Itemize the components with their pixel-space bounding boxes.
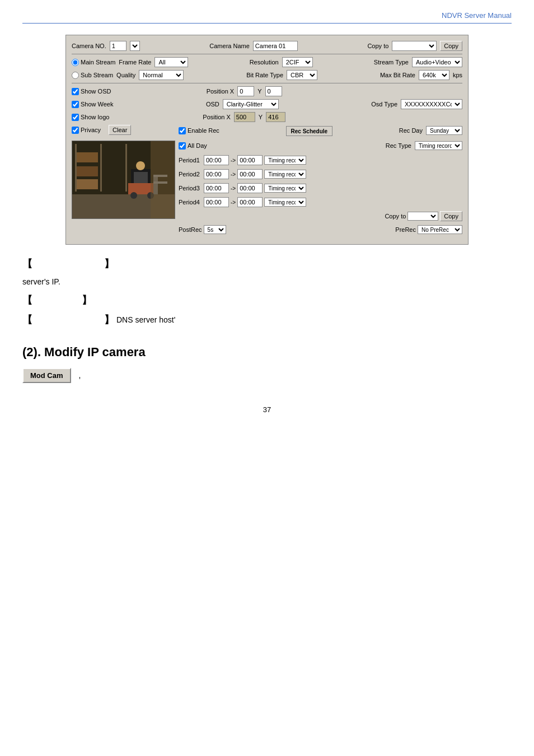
- pos-y2-input[interactable]: [266, 112, 285, 122]
- svg-point-10: [136, 161, 145, 170]
- frame-rate-label: Frame Rate: [119, 59, 151, 66]
- enable-rec-label: Enable Rec: [188, 127, 219, 134]
- camera-name-label: Camera Name: [209, 43, 250, 49]
- osd-select[interactable]: Clarity-Glitter: [223, 99, 279, 109]
- post-rec-select[interactable]: 5s: [204, 225, 226, 234]
- max-bit-rate-select[interactable]: 640k: [419, 70, 449, 80]
- rec-day-select[interactable]: Sunday: [426, 126, 462, 135]
- period1-type-select[interactable]: Timing record: [264, 156, 306, 165]
- period4-start[interactable]: [204, 197, 229, 207]
- resolution-label: Resolution: [250, 59, 279, 66]
- main-stream-radio[interactable]: [72, 59, 79, 66]
- copy-button2[interactable]: Copy: [440, 211, 462, 221]
- period4-row: Period4 -> Timing record: [179, 197, 462, 207]
- bracket3-close: 】: [104, 312, 114, 328]
- copy-button[interactable]: Copy: [440, 41, 462, 51]
- show-week-label: Show Week: [81, 101, 114, 108]
- rec-day-label: Rec Day: [399, 127, 423, 134]
- post-rec-label: PostRec: [179, 226, 202, 233]
- pos-x2-label: Position X: [203, 114, 231, 120]
- period4-end[interactable]: [237, 197, 263, 207]
- arrow3: ->: [231, 185, 236, 192]
- bracket-line-2: 【 】: [22, 292, 512, 309]
- period2-start[interactable]: [204, 169, 229, 179]
- show-osd-checkbox[interactable]: [72, 88, 79, 95]
- arrow4: ->: [231, 199, 236, 206]
- sub-stream-row: Sub Stream Quality Normal Bit Rate Type …: [72, 70, 462, 80]
- copy-to-select[interactable]: [392, 41, 437, 51]
- rec-schedule-section: Enable Rec Rec Schedule Rec Day Sunday A…: [179, 125, 462, 236]
- quality-select[interactable]: Normal: [139, 70, 184, 80]
- bracket2-close: 】: [82, 292, 92, 309]
- rec-type-label: Rec Type: [386, 142, 411, 149]
- osd-type-select[interactable]: XXXXXXXXXXCoMDY: [401, 99, 462, 109]
- stream-type-label: Stream Type: [374, 59, 409, 66]
- period1-start[interactable]: [204, 155, 229, 165]
- bracket1-open: 【: [22, 256, 32, 272]
- pos-x2-input[interactable]: [234, 112, 255, 122]
- privacy-checkbox[interactable]: [72, 127, 79, 134]
- osd-type-label: Osd Type: [371, 101, 397, 108]
- left-controls: Privacy Clear: [72, 125, 175, 219]
- svg-rect-4: [100, 144, 102, 192]
- resolution-select[interactable]: 2CIF: [282, 57, 313, 67]
- stream-type-select[interactable]: Audio+Video: [412, 57, 462, 67]
- bit-rate-type-select[interactable]: CBR: [287, 70, 317, 80]
- svg-point-16: [130, 192, 137, 199]
- rec-schedule-box: Rec Schedule: [286, 126, 333, 136]
- show-week-row: Show Week OSD Clarity-Glitter Osd Type X…: [72, 99, 462, 109]
- period1-end[interactable]: [237, 155, 263, 165]
- period4-label: Period4: [179, 199, 202, 206]
- period3-end[interactable]: [237, 183, 263, 193]
- period2-label: Period2: [179, 171, 202, 178]
- period1-label: Period1: [179, 157, 202, 164]
- svg-rect-8: [77, 179, 98, 189]
- kps-label: kps: [453, 72, 462, 78]
- pos-y2-label: Y: [259, 114, 263, 120]
- period2-end[interactable]: [237, 169, 263, 179]
- pos-y-input[interactable]: [265, 86, 282, 96]
- svg-rect-5: [125, 144, 127, 192]
- all-day-label: All Day: [188, 142, 207, 149]
- max-bit-rate-label: Max Bit Rate: [380, 72, 415, 78]
- pos-x-input[interactable]: [237, 86, 254, 96]
- pre-rec-select[interactable]: No PreRec: [418, 225, 462, 234]
- camera-info-row: Camera NO. Camera Name Copy to Copy: [72, 41, 462, 51]
- clear-button[interactable]: Clear: [109, 125, 131, 135]
- all-day-checkbox[interactable]: [179, 142, 186, 150]
- show-osd-label: Show OSD: [81, 88, 111, 95]
- camera-no-input[interactable]: [110, 41, 127, 51]
- show-logo-checkbox[interactable]: [72, 114, 79, 121]
- show-week-checkbox[interactable]: [72, 101, 79, 108]
- mod-cam-button[interactable]: Mod Cam: [22, 368, 71, 383]
- all-day-row: All Day Rec Type Timing record: [179, 141, 462, 150]
- copy-to-label2: Copy to: [385, 213, 406, 220]
- page-header: NDVR Server Manual: [22, 11, 512, 24]
- copy-to-select2[interactable]: [407, 212, 438, 221]
- period4-type-select[interactable]: Timing record: [264, 198, 306, 207]
- quality-label: Quality: [116, 72, 135, 78]
- camera-name-input[interactable]: [253, 41, 298, 51]
- pos-y-label: Y: [257, 88, 261, 95]
- enable-rec-checkbox[interactable]: [179, 127, 186, 134]
- copy-to-row2: Copy to Copy: [179, 211, 462, 221]
- bracket-line-3: 【 】 DNS server host': [22, 312, 512, 328]
- config-panel: Camera NO. Camera Name Copy to Copy Main…: [65, 35, 469, 245]
- period3-type-select[interactable]: Timing record: [264, 184, 306, 193]
- rec-type-select[interactable]: Timing record: [415, 141, 462, 150]
- pre-rec-label: PreRec: [395, 226, 416, 233]
- postrec-prerec-row: PostRec 5s PreRec No PreRec: [179, 225, 462, 234]
- rec-schedule-title: Rec Schedule: [291, 128, 328, 134]
- sub-stream-radio[interactable]: [72, 72, 79, 79]
- section-heading: (2). Modify IP camera: [22, 345, 512, 360]
- arrow1: ->: [231, 157, 236, 164]
- frame-rate-select[interactable]: All: [154, 57, 188, 67]
- manual-title: NDVR Server Manual: [442, 11, 512, 20]
- copy-to-label: Copy to: [367, 43, 388, 49]
- server-ip-text: server's IP.: [22, 276, 512, 288]
- camera-no-label: Camera NO.: [72, 43, 106, 49]
- period3-start[interactable]: [204, 183, 229, 193]
- camera-no-dropdown[interactable]: [130, 41, 140, 51]
- period2-type-select[interactable]: Timing record: [264, 170, 306, 179]
- main-stream-row: Main Stream Frame Rate All Resolution 2C…: [72, 57, 462, 67]
